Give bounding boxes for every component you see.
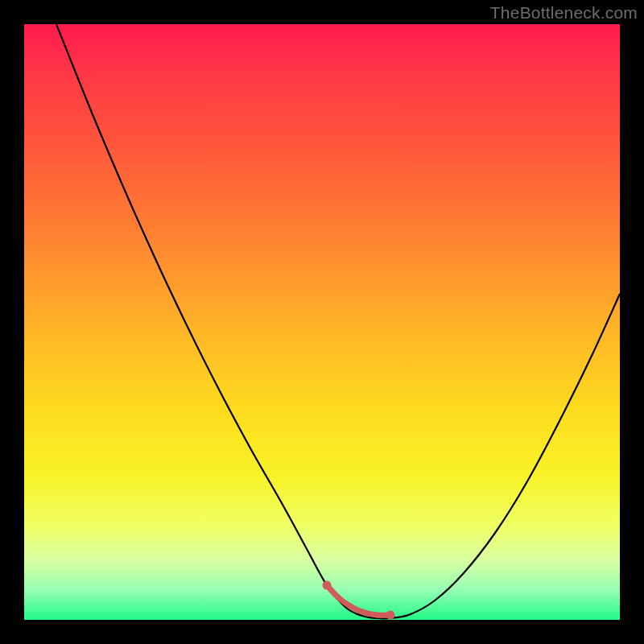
highlight-dot [336,595,341,601]
highlight-dot [360,609,365,615]
highlight-end-dot [386,611,395,620]
highlight-dot [348,604,353,609]
watermark-text: TheBottleneck.com [490,3,638,23]
bottleneck-curve [56,24,620,618]
highlight-dot [374,613,380,618]
chart-svg [24,24,620,620]
highlight-bowl [327,585,390,615]
chart-container [24,24,620,620]
highlight-end-dot [323,581,332,590]
